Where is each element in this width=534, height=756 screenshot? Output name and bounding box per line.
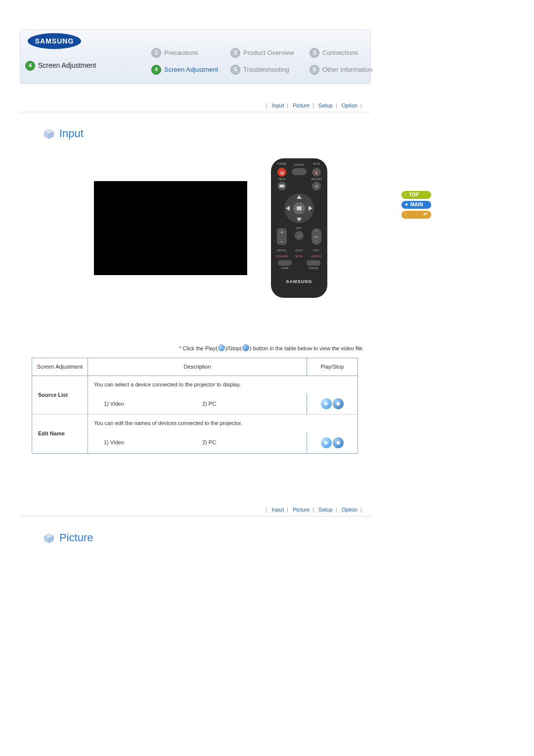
side-buttons: ↑TOP ✦MAIN ↑↶ <box>401 191 431 219</box>
svg-text:˄: ˄ <box>315 230 317 235</box>
svg-rect-45 <box>307 260 320 266</box>
svg-text:MENU: MENU <box>278 178 286 181</box>
svg-text:EXIT: EXIT <box>296 227 302 230</box>
th-screen-adjustment: Screen Adjustment <box>32 358 88 376</box>
goto-main-button[interactable]: ✦MAIN <box>401 201 431 209</box>
current-section-label: Screen Adjustment <box>38 61 96 71</box>
stop-button[interactable] <box>333 398 344 409</box>
subnav: | Input| Picture| Setup| Option| <box>20 506 371 514</box>
nav-precautions[interactable]: 1Precautions <box>151 48 230 58</box>
subnav-input[interactable]: Input <box>271 102 283 108</box>
section-title: Picture <box>59 530 93 546</box>
svg-text:VOL: VOL <box>314 236 319 238</box>
row-edit-name: Edit Name <box>32 415 88 453</box>
svg-text:SOURCE: SOURCE <box>294 163 305 166</box>
svg-rect-9 <box>292 168 307 175</box>
go-back-button[interactable]: ↑↶ <box>401 211 431 219</box>
remote-control-image: ⏻ POWER SOURCE MUTE 🔇 MENU RETURN ↺ <box>267 156 331 300</box>
subnav-picture[interactable]: Picture <box>293 102 310 108</box>
current-section-number: 4 <box>25 61 35 71</box>
subnav-option[interactable]: Option <box>342 102 357 108</box>
subnav-setup[interactable]: Setup <box>318 102 333 108</box>
section-title: Input <box>59 126 84 142</box>
brand-logo: SAMSUNG <box>27 32 82 50</box>
goto-top-button[interactable]: ↑TOP <box>401 191 431 199</box>
header-nav: 1Precautions 2Product Overview 3Connecti… <box>151 48 394 75</box>
nav-connections[interactable]: 3Connections <box>310 48 394 58</box>
cube-icon <box>44 533 54 544</box>
svg-rect-16 <box>279 185 284 188</box>
opt-edit-video: 1) Video <box>94 439 202 446</box>
row-source-list: Source List <box>32 376 88 414</box>
svg-text:STILL: STILL <box>313 249 320 252</box>
svg-text:−: − <box>280 238 283 244</box>
nav-troubleshooting[interactable]: 5Troubleshooting <box>230 65 310 75</box>
nav-other-information[interactable]: 6Other Information <box>310 65 394 75</box>
current-section-indicator: 4 Screen Adjustment <box>25 61 96 71</box>
svg-rect-49 <box>337 402 340 405</box>
svg-text:POWER: POWER <box>277 162 287 165</box>
svg-marker-50 <box>325 441 328 445</box>
svg-text:+: + <box>280 229 283 235</box>
divider <box>20 111 371 112</box>
play-button[interactable] <box>321 437 332 448</box>
svg-text:MUTE: MUTE <box>313 162 320 165</box>
svg-text:P.SIZE: P.SIZE <box>281 267 289 270</box>
th-play-stop: Play/Stop <box>307 358 358 376</box>
play-icon <box>218 344 225 351</box>
section-heading-picture: Picture <box>44 530 405 546</box>
svg-text:MOVIE: MOVIE <box>296 255 303 258</box>
opt-source-pc: 2) PC <box>202 400 301 408</box>
desc-source-list: You can select a device connected to the… <box>88 376 358 393</box>
svg-marker-48 <box>325 402 328 406</box>
table-note: * Click the Play()/Stop() button in the … <box>20 344 371 352</box>
svg-rect-22 <box>297 206 302 210</box>
opt-source-video: 1) Video <box>94 400 202 408</box>
nav-product-overview[interactable]: 2Product Overview <box>230 48 310 58</box>
play-button[interactable] <box>321 398 332 409</box>
subnav-setup[interactable]: Setup <box>318 507 333 513</box>
svg-text:QUICK: QUICK <box>295 249 304 252</box>
header-banner: SAMSUNG 4 Screen Adjustment 1Precautions… <box>20 30 371 84</box>
stop-icon <box>242 344 249 351</box>
svg-text:P.MODE: P.MODE <box>309 267 318 270</box>
cube-icon <box>44 129 54 140</box>
th-description: Description <box>88 358 307 376</box>
svg-text:STANDARD: STANDARD <box>276 255 288 258</box>
subnav-input[interactable]: Input <box>271 507 283 513</box>
desc-edit-name: You can edit the names of devices connec… <box>88 415 358 432</box>
svg-rect-51 <box>337 441 340 444</box>
svg-text:RETURN: RETURN <box>312 178 322 181</box>
subnav-picture[interactable]: Picture <box>293 507 310 513</box>
svg-text:INSTALL: INSTALL <box>277 249 287 252</box>
svg-text:˅: ˅ <box>315 240 317 244</box>
subnav-option[interactable]: Option <box>342 507 357 513</box>
svg-text:→: → <box>297 234 302 238</box>
svg-text:↺: ↺ <box>314 184 318 189</box>
svg-text:⏻: ⏻ <box>280 171 284 175</box>
svg-text:SAMSUNG: SAMSUNG <box>286 279 312 284</box>
svg-text:SAMSUNG: SAMSUNG <box>35 37 74 45</box>
opt-edit-pc: 2) PC <box>202 439 301 446</box>
functions-table: Screen Adjustment Description Play/Stop … <box>32 358 358 454</box>
svg-text:🔇: 🔇 <box>314 170 319 175</box>
svg-rect-43 <box>278 260 292 266</box>
video-preview <box>94 181 247 275</box>
nav-screen-adjustment[interactable]: 4Screen Adjustment <box>151 65 230 75</box>
divider <box>20 516 371 517</box>
stop-button[interactable] <box>333 437 344 448</box>
subnav: | Input| Picture| Setup| Option| <box>20 102 371 109</box>
section-heading-input: Input <box>44 126 405 142</box>
svg-text:MONITOR: MONITOR <box>311 255 322 258</box>
